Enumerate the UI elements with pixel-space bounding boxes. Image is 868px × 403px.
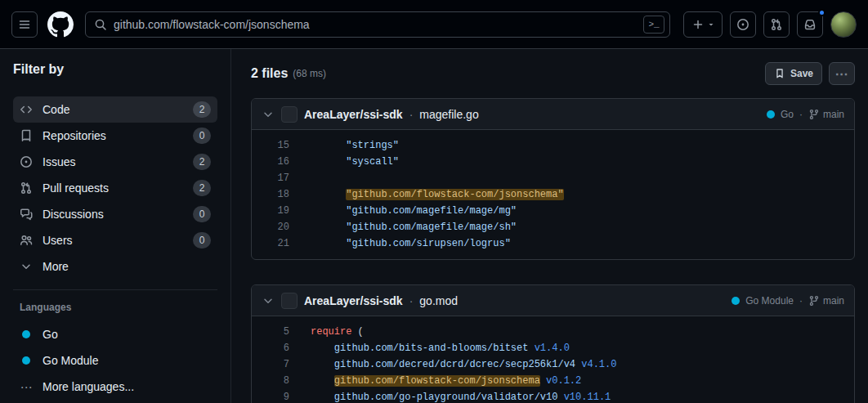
go-module-language-dot — [20, 356, 33, 365]
count-badge: 0 — [193, 128, 211, 144]
collapse-chevron-icon[interactable] — [262, 294, 275, 307]
code-line: 9 github.com/go-playground/validator/v10… — [252, 389, 854, 403]
more-languages-button[interactable]: ⋯ More languages... — [13, 374, 217, 400]
line-content: require ( — [289, 324, 364, 340]
line-content: "github.com/sirupsen/logrus" — [289, 235, 511, 252]
line-number[interactable]: 21 — [252, 235, 289, 252]
results-header: 2 files (68 ms) Save ⋯ — [251, 62, 855, 85]
git-branch-icon — [808, 295, 820, 307]
go-language-dot — [20, 330, 33, 338]
line-content: github.com/go-playground/validator/v10 v… — [289, 389, 611, 403]
count-badge: 2 — [193, 180, 211, 196]
issues-button[interactable] — [730, 11, 756, 38]
sidebar-item-issues[interactable]: Issues 2 — [13, 149, 217, 175]
sidebar-item-label: Discussions — [43, 208, 104, 221]
hamburger-icon — [18, 18, 31, 31]
language-filter-go-module[interactable]: Go Module — [13, 347, 217, 374]
chevron-down-icon — [20, 260, 33, 273]
line-content — [289, 170, 316, 186]
file-link[interactable]: go.mod — [419, 294, 458, 307]
hamburger-menu-button[interactable] — [11, 11, 38, 38]
result-card-header: AreaLayer/ssi-sdk · go.mod Go Module · m… — [252, 285, 854, 316]
sidebar-item-label: Pull requests — [43, 181, 109, 195]
line-number[interactable]: 9 — [252, 389, 289, 403]
sidebar-more-toggle[interactable]: More — [13, 253, 217, 280]
sidebar-item-discussions[interactable]: Discussions 0 — [13, 201, 217, 227]
code-line: 21 "github.com/sirupsen/logrus" — [252, 235, 854, 252]
file-link[interactable]: magefile.go — [419, 108, 478, 121]
count-badge: 2 — [193, 154, 211, 170]
repo-avatar[interactable] — [281, 106, 298, 123]
line-number[interactable]: 5 — [252, 324, 289, 340]
ellipsis-icon: ⋯ — [20, 381, 33, 393]
line-content: github.com/bits-and-blooms/bitset v1.4.0 — [289, 340, 570, 356]
kebab-icon: ⋯ — [835, 66, 849, 82]
people-icon — [20, 234, 33, 247]
repo-avatar[interactable] — [281, 293, 298, 309]
collapse-chevron-icon[interactable] — [262, 108, 275, 121]
repo-link[interactable]: AreaLayer/ssi-sdk — [304, 108, 403, 121]
separator: · — [409, 294, 414, 307]
page-body: Filter by Code 2 Repositories 0 Issues 2 — [0, 49, 868, 403]
branch-name: main — [823, 109, 844, 120]
pull-requests-button[interactable] — [763, 11, 790, 38]
count-badge: 2 — [193, 101, 211, 118]
global-search-bar[interactable]: github.com/flowstack-com/jsonschema >_ — [85, 11, 670, 38]
header-actions — [683, 11, 857, 38]
sidebar-item-pull-requests[interactable]: Pull requests 2 — [13, 175, 217, 201]
sidebar-item-repositories[interactable]: Repositories 0 — [13, 123, 217, 149]
line-number[interactable]: 6 — [252, 340, 289, 356]
more-languages-label: More languages... — [43, 380, 134, 393]
search-icon — [94, 18, 107, 31]
separator: · — [799, 295, 803, 307]
user-avatar[interactable] — [830, 11, 857, 38]
line-number[interactable]: 19 — [252, 203, 289, 219]
code-line: 18 "github.com/flowstack-com/jsonschema" — [252, 186, 854, 203]
line-number[interactable]: 7 — [252, 356, 289, 373]
github-logo[interactable] — [47, 11, 74, 38]
results-overflow-button[interactable]: ⋯ — [829, 62, 855, 85]
plus-icon — [691, 18, 705, 31]
code-line: 15 "strings" — [252, 137, 854, 154]
line-number[interactable]: 18 — [252, 186, 289, 203]
language-label: Go Module — [745, 295, 794, 307]
language-label: Go Module — [43, 354, 98, 367]
save-search-button[interactable]: Save — [765, 62, 822, 85]
sidebar-item-label: Code — [43, 103, 69, 116]
notifications-button[interactable] — [797, 11, 823, 38]
language-label: Go — [781, 109, 794, 120]
line-number[interactable]: 17 — [252, 170, 289, 186]
count-badge: 0 — [193, 206, 211, 222]
line-content: "github.com/magefile/mage/sh" — [289, 219, 517, 235]
save-label: Save — [790, 68, 813, 79]
line-content: "github.com/flowstack-com/jsonschema" — [289, 186, 564, 203]
language-dot — [767, 110, 775, 119]
create-new-button[interactable] — [683, 11, 723, 38]
sidebar-item-label: Users — [43, 234, 73, 247]
line-number[interactable]: 15 — [252, 137, 289, 154]
line-content: github.com/flowstack-com/jsonschema v0.1… — [289, 373, 581, 389]
sidebar-item-label: Repositories — [43, 129, 106, 142]
line-content: "strings" — [289, 137, 399, 154]
repo-link[interactable]: AreaLayer/ssi-sdk — [304, 294, 403, 307]
line-content: "github.com/magefile/mage/mg" — [289, 203, 517, 219]
repo-icon — [20, 129, 33, 142]
search-results: 2 files (68 ms) Save ⋯ — [231, 49, 868, 403]
code-line: 8 github.com/flowstack-com/jsonschema v0… — [252, 373, 854, 389]
result-meta: Go · main — [767, 109, 844, 120]
branch-ref[interactable]: main — [808, 109, 844, 120]
line-number[interactable]: 16 — [252, 154, 289, 170]
count-badge: 0 — [193, 232, 211, 249]
branch-ref[interactable]: main — [808, 295, 844, 307]
git-branch-icon — [808, 109, 820, 120]
sidebar-divider — [13, 289, 217, 290]
git-pull-request-icon — [770, 18, 783, 31]
code-line: 19 "github.com/magefile/mage/mg" — [252, 203, 854, 219]
language-filter-go[interactable]: Go — [13, 321, 217, 347]
issue-opened-icon — [20, 155, 33, 168]
line-number[interactable]: 20 — [252, 219, 289, 235]
line-number[interactable]: 8 — [252, 373, 289, 389]
command-palette-hint[interactable]: >_ — [643, 16, 664, 34]
sidebar-item-code[interactable]: Code 2 — [13, 96, 217, 123]
sidebar-item-users[interactable]: Users 0 — [13, 227, 217, 253]
